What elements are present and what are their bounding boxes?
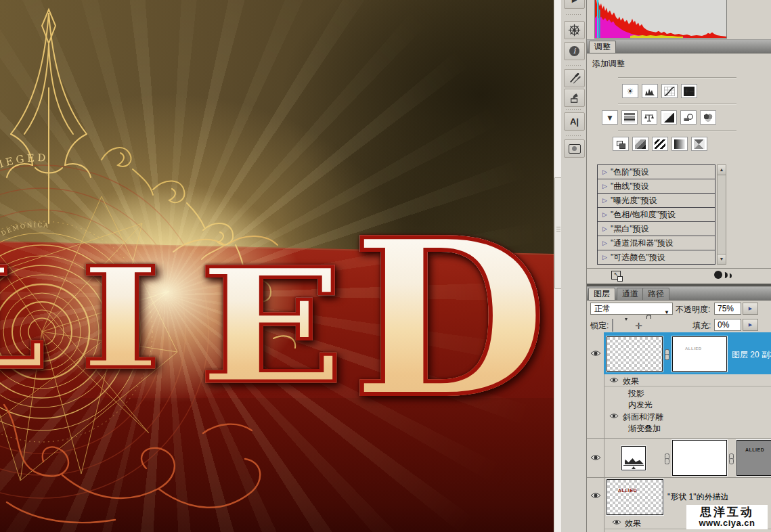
adjustment-curves-button[interactable] xyxy=(661,84,678,98)
photoshop-workspace: LY-BESIEGED THE DEMONICA L I E D ▶ xyxy=(0,0,771,532)
info-icon: i xyxy=(569,46,579,56)
preset-label: "曲线"预设 xyxy=(611,179,649,193)
info-panel-button[interactable]: i xyxy=(564,42,585,60)
selective-color-icon xyxy=(694,139,705,149)
opacity-label: 不透明度: xyxy=(676,304,710,315)
layer-thumbnail[interactable]: ALLIED xyxy=(607,479,663,515)
curves-icon xyxy=(664,87,675,96)
link-icon xyxy=(664,349,669,359)
visibility-eye-icon[interactable] xyxy=(590,350,601,357)
masks-panel-button[interactable] xyxy=(564,139,585,158)
opacity-slider-button[interactable]: ▶ xyxy=(743,303,758,315)
expand-triangle-icon[interactable]: ▷ xyxy=(602,250,607,264)
tab-adjustments[interactable]: 调整 xyxy=(589,41,616,53)
effects-eye-icon[interactable] xyxy=(612,519,621,525)
layer-row-layer20-copy[interactable]: ALLIED 图层 20 副本 xyxy=(587,332,771,374)
fill-input[interactable]: 0% xyxy=(714,319,741,331)
expand-triangle-icon[interactable]: ▷ xyxy=(602,222,607,236)
adjustment-posterize-button[interactable] xyxy=(632,137,648,151)
lock-transparency-button[interactable] xyxy=(612,319,613,332)
preset-black-white[interactable]: ▷"黑白"预设 xyxy=(598,222,715,236)
visibility-eye-icon[interactable] xyxy=(590,454,601,461)
wheel-icon xyxy=(568,24,581,37)
actions-panel-button[interactable]: ▶ xyxy=(564,0,585,9)
paint-tools-icon xyxy=(569,93,581,104)
adjustment-presets-list: ▷"色阶"预设 ▷"曲线"预设 ▷"曝光度"预设 ▷"色相/饱和度"预设 ▷"黑… xyxy=(597,164,715,265)
effect-drop-shadow[interactable]: 投影 xyxy=(628,388,644,399)
lock-position-button[interactable]: ✛ xyxy=(635,319,642,332)
expand-triangle-icon[interactable]: ▷ xyxy=(602,179,607,193)
scroll-down-button[interactable]: ▼ xyxy=(718,254,726,264)
posterize-icon xyxy=(635,139,646,149)
effect-gradient-overlay[interactable]: 渐变叠加 xyxy=(628,423,661,435)
effect-inner-glow[interactable]: 内发光 xyxy=(628,399,653,411)
layer-thumbnail[interactable] xyxy=(607,336,663,372)
layer-mask-thumbnail[interactable]: ALLIED xyxy=(672,336,727,372)
panel-icon-dock: ▶ i xyxy=(561,0,587,532)
adjustment-exposure-button[interactable]: +− xyxy=(681,84,697,98)
tool-presets-panel-button[interactable] xyxy=(564,89,585,107)
presets-scrollbar[interactable]: ▲ ▼ xyxy=(717,164,726,265)
expand-triangle-icon[interactable]: ▷ xyxy=(602,194,607,207)
adjustment-brightness-contrast-button[interactable]: ☀ xyxy=(622,84,638,98)
thumb-red-text: ALLIED xyxy=(618,488,637,493)
adjustment-color-balance-button[interactable] xyxy=(641,110,657,125)
histogram-panel xyxy=(587,0,771,39)
vector-mask-text: ALLIED xyxy=(745,447,764,452)
document-canvas[interactable]: LY-BESIEGED THE DEMONICA L I E D xyxy=(0,0,554,532)
adjustment-hue-saturation-button[interactable] xyxy=(621,110,638,125)
layer-row-adjustment[interactable]: ALLIED xyxy=(587,439,771,477)
vector-mask-thumbnail[interactable]: ALLIED xyxy=(736,440,771,476)
invert-icon xyxy=(615,139,626,149)
adjustment-gradient-map-button[interactable] xyxy=(671,137,688,151)
navigator-panel-button[interactable] xyxy=(564,21,585,39)
clip-to-layer-button[interactable] xyxy=(714,271,732,280)
adjustment-vibrance-button[interactable]: ▼ xyxy=(602,110,618,125)
adjustment-selective-color-button[interactable] xyxy=(691,137,707,151)
opacity-input[interactable]: 75% xyxy=(714,303,741,315)
layer-name[interactable]: 图层 20 副本 xyxy=(732,349,771,361)
preset-label: "色阶"预设 xyxy=(611,165,649,179)
blend-mode-dropdown[interactable]: 正常 ▼ xyxy=(590,303,673,315)
gold-ornament-graphic: LY-BESIEGED THE DEMONICA xyxy=(0,0,554,532)
effect-eye-icon[interactable] xyxy=(609,413,619,419)
preset-hue-saturation[interactable]: ▷"色相/饱和度"预设 xyxy=(598,208,715,222)
adjustment-layer-thumbnail[interactable] xyxy=(621,446,646,470)
checkerboard-icon xyxy=(612,319,613,332)
photo-filter-icon xyxy=(683,113,694,123)
effects-header[interactable]: 效果 xyxy=(625,518,641,529)
preset-label: "曝光度"预设 xyxy=(611,194,657,207)
layer-name[interactable]: "形状 1"的外描边 xyxy=(667,491,729,503)
fill-slider-button[interactable]: ▶ xyxy=(743,319,758,331)
visibility-eye-icon[interactable] xyxy=(590,492,601,499)
adjustment-channel-mixer-button[interactable] xyxy=(700,110,716,125)
brightness-contrast-icon: ☀ xyxy=(625,87,636,96)
mask-faint-text: ALLIED xyxy=(685,347,702,351)
preset-curves[interactable]: ▷"曲线"预设 xyxy=(598,179,715,194)
character-panel-button[interactable]: A| xyxy=(564,112,585,131)
expanded-view-button[interactable]: ↖ xyxy=(611,271,621,280)
layer-mask-thumbnail[interactable] xyxy=(672,440,727,476)
hue-saturation-icon xyxy=(624,113,635,123)
scroll-up-button[interactable]: ▲ xyxy=(718,165,726,175)
preset-exposure[interactable]: ▷"曝光度"预设 xyxy=(598,194,715,208)
expand-triangle-icon[interactable]: ▷ xyxy=(602,208,607,221)
brushes-panel-button[interactable] xyxy=(564,69,585,87)
expand-triangle-icon[interactable]: ▷ xyxy=(602,236,607,250)
expand-triangle-icon[interactable]: ▷ xyxy=(602,165,607,179)
adjustment-invert-button[interactable] xyxy=(613,137,629,151)
adjustment-levels-button[interactable] xyxy=(642,84,658,98)
preset-channel-mixer[interactable]: ▷"通道混和器"预设 xyxy=(598,236,715,250)
adjustment-threshold-button[interactable] xyxy=(652,137,668,151)
effect-bevel-emboss[interactable]: 斜面和浮雕 xyxy=(623,412,663,423)
add-adjustment-title: 添加调整 xyxy=(592,58,625,70)
preset-levels[interactable]: ▷"色阶"预设 xyxy=(598,165,715,179)
adjustment-black-white-button[interactable] xyxy=(661,110,677,125)
preset-selective-color[interactable]: ▷"可选颜色"预设 xyxy=(598,250,715,264)
effects-eye-icon[interactable] xyxy=(609,377,619,383)
watermark: 思洋互动 www.ciya.cn xyxy=(686,505,768,529)
adjustment-photo-filter-button[interactable] xyxy=(680,110,697,125)
lock-label: 锁定: xyxy=(590,320,609,332)
link-icon xyxy=(664,453,669,463)
move-icon: ✛ xyxy=(635,321,642,331)
